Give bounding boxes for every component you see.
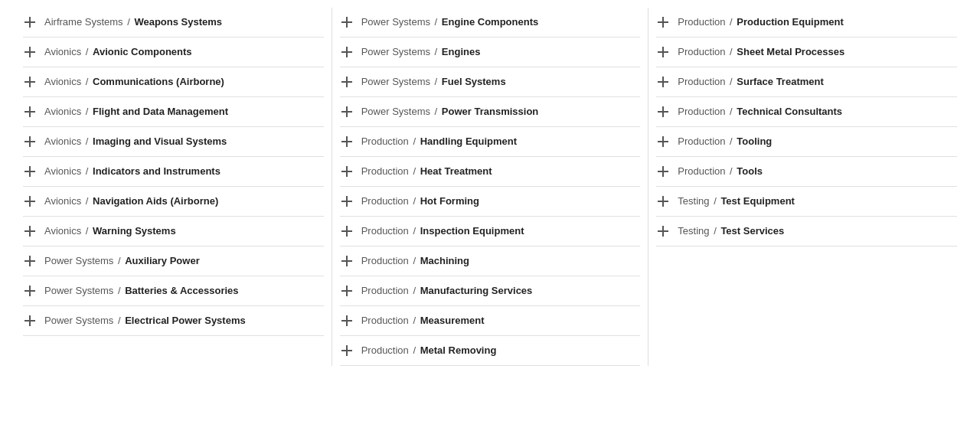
item-label: Avionics / Avionic Components bbox=[44, 46, 192, 59]
list-item[interactable]: Power Systems / Electrical Power Systems bbox=[23, 306, 324, 336]
svg-rect-13 bbox=[24, 201, 35, 202]
plus-icon bbox=[23, 254, 37, 268]
plus-icon bbox=[656, 165, 670, 178]
plus-icon bbox=[23, 194, 37, 208]
svg-rect-27 bbox=[341, 81, 352, 83]
column-2: Power Systems / Engine Components Power … bbox=[332, 8, 649, 366]
plus-icon bbox=[340, 314, 354, 328]
list-item[interactable]: Avionics / Communications (Airborne) bbox=[23, 67, 324, 97]
plus-icon bbox=[23, 45, 37, 59]
item-label: Airframe Systems / Weapons Systems bbox=[44, 16, 222, 29]
svg-rect-17 bbox=[24, 260, 35, 262]
plus-icon bbox=[656, 45, 670, 59]
list-item[interactable]: Production / Manufacturing Services bbox=[340, 276, 641, 306]
svg-rect-25 bbox=[341, 51, 352, 53]
main-columns: Airframe Systems / Weapons Systems Avion… bbox=[0, 0, 980, 374]
list-item[interactable]: Power Systems / Fuel Systems bbox=[340, 67, 641, 97]
svg-rect-11 bbox=[24, 171, 35, 172]
list-item[interactable]: Production / Technical Consultants bbox=[656, 97, 957, 127]
list-item[interactable]: Airframe Systems / Weapons Systems bbox=[23, 8, 324, 38]
plus-icon bbox=[656, 224, 670, 238]
plus-icon bbox=[656, 194, 670, 208]
item-label: Power Systems / Electrical Power Systems bbox=[44, 315, 246, 328]
svg-rect-21 bbox=[24, 320, 35, 322]
list-item[interactable]: Avionics / Indicators and Instruments bbox=[23, 157, 324, 187]
svg-rect-61 bbox=[658, 230, 668, 232]
svg-rect-59 bbox=[658, 201, 668, 202]
svg-rect-7 bbox=[24, 111, 35, 113]
list-item[interactable]: Avionics / Avionic Components bbox=[23, 38, 324, 67]
svg-rect-55 bbox=[658, 141, 668, 142]
list-item[interactable]: Production / Tooling bbox=[656, 127, 957, 157]
list-item[interactable]: Production / Production Equipment bbox=[656, 8, 957, 38]
plus-icon bbox=[656, 15, 670, 29]
svg-rect-35 bbox=[341, 201, 352, 202]
plus-icon bbox=[23, 135, 37, 149]
item-label: Power Systems / Fuel Systems bbox=[361, 76, 506, 89]
svg-rect-49 bbox=[658, 51, 668, 53]
svg-rect-1 bbox=[24, 21, 35, 23]
list-item[interactable]: Production / Hot Forming bbox=[340, 187, 641, 217]
list-item[interactable]: Power Systems / Power Transmission bbox=[340, 97, 641, 127]
list-item[interactable]: Power Systems / Auxiliary Power bbox=[23, 246, 324, 276]
svg-rect-29 bbox=[341, 111, 352, 113]
item-label: Power Systems / Engines bbox=[361, 46, 481, 59]
plus-icon bbox=[656, 105, 670, 119]
item-label: Power Systems / Power Transmission bbox=[361, 106, 539, 119]
list-item[interactable]: Testing / Test Equipment bbox=[656, 187, 957, 217]
item-label: Production / Hot Forming bbox=[361, 195, 479, 208]
item-label: Power Systems / Engine Components bbox=[361, 16, 539, 29]
list-item[interactable]: Avionics / Warning Systems bbox=[23, 217, 324, 246]
plus-icon bbox=[23, 105, 37, 119]
plus-icon bbox=[340, 284, 354, 298]
item-label: Production / Measurement bbox=[361, 315, 485, 328]
item-label: Production / Machining bbox=[361, 255, 469, 268]
item-label: Power Systems / Batteries & Accessories bbox=[44, 285, 239, 298]
list-item[interactable]: Production / Metal Removing bbox=[340, 336, 641, 366]
item-label: Avionics / Indicators and Instruments bbox=[44, 165, 220, 178]
item-label: Production / Inspection Equipment bbox=[361, 225, 524, 238]
list-item[interactable]: Avionics / Navigation Aids (Airborne) bbox=[23, 187, 324, 217]
item-label: Power Systems / Auxiliary Power bbox=[44, 255, 200, 268]
list-item[interactable]: Avionics / Flight and Data Management bbox=[23, 97, 324, 127]
list-item[interactable]: Production / Measurement bbox=[340, 306, 641, 336]
item-label: Production / Tools bbox=[678, 165, 763, 178]
item-label: Production / Tooling bbox=[678, 135, 772, 149]
plus-icon bbox=[23, 75, 37, 89]
list-item[interactable]: Power Systems / Batteries & Accessories bbox=[23, 276, 324, 306]
plus-icon bbox=[23, 224, 37, 238]
list-item[interactable]: Production / Inspection Equipment bbox=[340, 217, 641, 246]
item-label: Production / Heat Treatment bbox=[361, 165, 492, 178]
svg-rect-57 bbox=[658, 171, 668, 172]
item-label: Testing / Test Equipment bbox=[678, 195, 795, 208]
svg-rect-3 bbox=[24, 51, 35, 53]
item-label: Avionics / Flight and Data Management bbox=[44, 106, 228, 119]
svg-rect-15 bbox=[24, 230, 35, 232]
plus-icon bbox=[23, 15, 37, 29]
list-item[interactable]: Production / Surface Treatment bbox=[656, 67, 957, 97]
plus-icon bbox=[340, 194, 354, 208]
svg-rect-39 bbox=[341, 260, 352, 262]
plus-icon bbox=[656, 135, 670, 149]
plus-icon bbox=[340, 15, 354, 29]
plus-icon bbox=[23, 284, 37, 298]
list-item[interactable]: Production / Tools bbox=[656, 157, 957, 187]
plus-icon bbox=[340, 75, 354, 89]
plus-icon bbox=[23, 314, 37, 328]
list-item[interactable]: Production / Heat Treatment bbox=[340, 157, 641, 187]
list-item[interactable]: Power Systems / Engine Components bbox=[340, 8, 641, 38]
plus-icon bbox=[340, 165, 354, 178]
list-item[interactable]: Production / Handling Equipment bbox=[340, 127, 641, 157]
list-item[interactable]: Power Systems / Engines bbox=[340, 38, 641, 67]
plus-icon bbox=[340, 344, 354, 357]
list-item[interactable]: Production / Sheet Metal Processes bbox=[656, 38, 957, 67]
list-item[interactable]: Testing / Test Services bbox=[656, 217, 957, 246]
item-label: Production / Manufacturing Services bbox=[361, 285, 533, 298]
list-item[interactable]: Avionics / Imaging and Visual Systems bbox=[23, 127, 324, 157]
svg-rect-23 bbox=[341, 21, 352, 23]
list-item[interactable]: Production / Machining bbox=[340, 246, 641, 276]
svg-rect-51 bbox=[658, 81, 668, 83]
svg-rect-37 bbox=[341, 230, 352, 232]
item-label: Production / Surface Treatment bbox=[678, 76, 823, 89]
svg-rect-9 bbox=[24, 141, 35, 142]
